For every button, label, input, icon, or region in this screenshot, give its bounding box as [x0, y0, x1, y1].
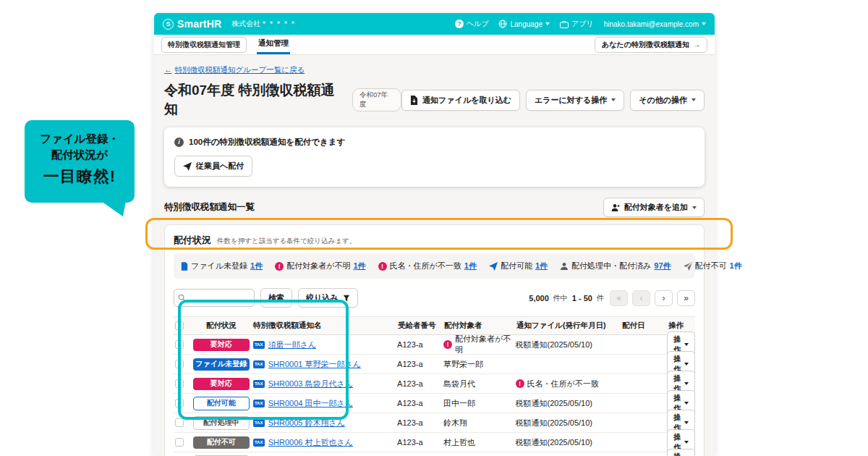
chevron-down-icon: [684, 421, 689, 424]
row-checkbox[interactable]: [175, 438, 184, 447]
list-section-heading: 特別徴収税額通知一覧: [164, 201, 255, 214]
error-actions-label: エラーに対する操作: [535, 95, 607, 106]
emp-no-cell: A123-a: [397, 360, 443, 368]
language-label: Language: [510, 20, 542, 28]
pagination-next-button[interactable]: ›: [655, 290, 673, 306]
notification-name-link[interactable]: SHR0006 村上哲也さん: [268, 437, 353, 448]
notification-name-link[interactable]: SHR0001 草野栄一郎さん: [268, 359, 361, 370]
file-cell: 氏名・住所が不一致: [527, 379, 599, 389]
table-row: 配付可能 TAXSHR0004 田中一郎さん A123-a 田中一郎 税額通知(…: [174, 394, 695, 413]
error-icon: !: [516, 379, 524, 388]
status-count-link[interactable]: 1件: [464, 261, 477, 271]
tab-bar: 特別徴収税額通知管理 通知管理 あなたの特別徴収税額通知 →: [154, 35, 715, 55]
status-count-link[interactable]: 1件: [353, 261, 365, 271]
add-distribution-target-button[interactable]: 配付対象者を追加: [603, 198, 705, 217]
notification-name-link[interactable]: SHR0003 島袋月代さん: [268, 379, 353, 389]
status-count: 1件: [730, 261, 742, 271]
tax-file-icon: TAX: [253, 419, 265, 427]
status-label: ファイル未登録: [191, 261, 247, 271]
chevron-down-icon: [702, 22, 706, 25]
status-badge: 配付処理中: [193, 416, 250, 430]
target-cell: 配付対象者が不明: [455, 334, 516, 355]
chevron-down-icon: [684, 382, 689, 385]
distribute-button-label: 従業員へ配付: [196, 161, 244, 172]
row-actions-label: 操作: [673, 452, 681, 456]
status-count-link[interactable]: 1件: [535, 261, 548, 271]
status-filter-hint: 件数を押すと該当する条件で絞り込みます。: [217, 237, 356, 246]
paper-plane-icon: [183, 162, 192, 171]
other-actions-label: その他の操作: [639, 95, 687, 106]
distribution-info-message: 100件の特別徴収税額通知を配付できます: [189, 137, 345, 148]
target-cell: 鈴木翔: [443, 418, 516, 428]
funnel-icon: [343, 295, 350, 302]
row-checkbox[interactable]: [175, 399, 184, 408]
chevron-down-icon: [692, 98, 696, 101]
tab-notification-management[interactable]: 通知管理: [257, 35, 290, 54]
pagination-range: 1 - 50: [572, 294, 592, 303]
search-button[interactable]: 検索: [260, 288, 292, 308]
smarthr-logo[interactable]: S SmartHR: [163, 18, 221, 30]
top-bar: S SmartHR 株式会社＊＊＊＊＊ ? ヘルプ Language アプリ: [154, 13, 715, 35]
import-button-label: 通知ファイルを取り込む: [422, 95, 511, 106]
distribute-to-employees-button[interactable]: 従業員へ配付: [174, 156, 252, 177]
paper-plane-off-icon: [684, 262, 692, 271]
company-name: 株式会社＊＊＊＊＊: [231, 19, 297, 29]
help-menu[interactable]: ? ヘルプ: [455, 19, 489, 29]
status-item-file-unregistered: ファイル未登録 1件: [181, 261, 263, 271]
status-item-distributable: 配付可能 1件: [489, 261, 548, 271]
emp-no-cell: A123-a: [397, 340, 443, 349]
row-checkbox[interactable]: [175, 340, 184, 349]
user-plus-icon: [611, 203, 620, 212]
error-icon: !: [378, 262, 387, 271]
notification-name-link[interactable]: SHR0004 田中一郎さん: [268, 398, 353, 409]
row-actions-button[interactable]: 操作: [667, 449, 695, 456]
tax-file-icon: TAX: [253, 400, 265, 408]
select-all-checkbox[interactable]: [175, 321, 184, 330]
status-badge: 要対応: [193, 339, 250, 351]
filter-button[interactable]: 絞り込み: [298, 288, 358, 308]
target-cell: 村上哲也: [443, 437, 516, 448]
user-menu[interactable]: hinako.takami@example.com: [604, 20, 706, 28]
fiscal-year-badge: 令和07年度: [352, 88, 401, 111]
info-icon: i: [174, 138, 184, 147]
tab-tax-notice-management[interactable]: 特別徴収税額通知管理: [161, 37, 247, 53]
language-menu[interactable]: Language: [498, 20, 550, 28]
status-label: 配付不可: [695, 261, 727, 271]
file-icon: [181, 262, 188, 271]
error-actions-button[interactable]: エラーに対する操作: [526, 90, 624, 111]
pagination: 5,000 件中 1 - 50 件 « ‹ › »: [529, 290, 695, 306]
import-notification-file-button[interactable]: 通知ファイルを取り込む: [401, 90, 520, 111]
pagination-prev-button[interactable]: ‹: [632, 290, 650, 306]
row-checkbox[interactable]: [175, 360, 184, 368]
page-title: 令和07年度 特別徴収税額通知: [164, 81, 346, 119]
status-label: 配付処理中・配付済み: [571, 261, 651, 271]
status-item-not-distributable: 配付不可 1件: [684, 261, 742, 271]
back-to-group-list-link[interactable]: ← 特別徴収税額通知グループ一覧に戻る: [164, 65, 305, 75]
notification-table: 配付状況 特別徴収税額通知名 受給者番号 配付対象者 通知ファイル(発行年月日)…: [174, 316, 695, 456]
notification-name-link[interactable]: 須磨一郎さん: [268, 339, 317, 350]
back-link-label: 特別徴収税額通知グループ一覧に戻る: [175, 65, 305, 75]
other-actions-button[interactable]: その他の操作: [630, 90, 705, 111]
row-checkbox[interactable]: [175, 418, 184, 427]
apps-menu[interactable]: アプリ: [560, 19, 594, 29]
file-cell: 税額通知(2025/05/10): [516, 398, 621, 409]
callout-line-1: ファイル登録・: [25, 131, 135, 147]
col-header-status: 配付状況: [190, 321, 253, 331]
col-header-target: 配付対象者: [444, 321, 516, 331]
status-item-target-unknown: ! 配付対象者が不明 1件: [275, 261, 365, 271]
status-count-link[interactable]: 97件: [654, 261, 671, 271]
status-count-link[interactable]: 1件: [250, 261, 263, 271]
your-tax-notice-button[interactable]: あなたの特別徴収税額通知 →: [595, 37, 707, 53]
emp-no-cell: A123-a: [397, 379, 443, 388]
pagination-total: 5,000: [529, 294, 549, 303]
status-item-processing-done: 配付処理中・配付済み 97件: [560, 261, 671, 271]
chevron-down-icon: [684, 363, 689, 366]
table-row: 要対応 TAX須磨一郎さん A123-a !配付対象者が不明 税額通知(2025…: [174, 335, 695, 355]
col-header-ops: 操作: [668, 321, 695, 331]
pagination-last-button[interactable]: »: [677, 290, 695, 306]
help-label: ヘルプ: [467, 19, 489, 29]
status-label: 配付対象者が不明: [286, 261, 350, 271]
notification-name-link[interactable]: SHR0005 鈴木翔さん: [268, 418, 345, 428]
pagination-first-button[interactable]: «: [610, 290, 628, 306]
row-checkbox[interactable]: [175, 379, 184, 388]
